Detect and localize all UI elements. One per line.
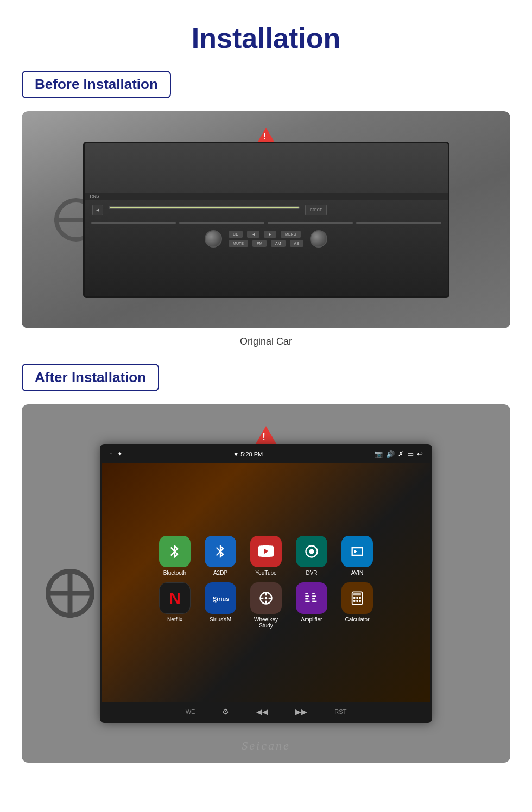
amplifier-icon xyxy=(296,582,327,614)
svg-text:XM: XM xyxy=(213,601,218,604)
youtube-label: YouTube xyxy=(255,570,276,576)
after-car-image: ! ⌂ ✦ ▼ 5:28 PM 📷 🔊 ✗ xyxy=(22,404,510,763)
calculator-icon xyxy=(341,582,373,614)
bluetooth-app[interactable]: Bluetooth xyxy=(156,536,194,576)
siriusxm-label: SiriusXM xyxy=(210,617,231,623)
dvr-label: DVR xyxy=(306,570,317,576)
nav-rst: RST xyxy=(334,708,346,715)
svg-point-1 xyxy=(309,549,314,554)
svg-point-5 xyxy=(265,597,268,600)
forward-button: ► xyxy=(264,231,276,238)
avin-icon xyxy=(341,536,373,567)
steering-wheel-after xyxy=(46,569,94,618)
as-button: AS xyxy=(290,240,303,247)
svg-rect-25 xyxy=(359,600,362,602)
amplifier-label: Amplifier xyxy=(301,617,322,623)
cd-button: CD xyxy=(229,231,243,238)
fm-button: FM xyxy=(252,240,267,247)
nav-we: WE xyxy=(186,708,195,715)
android-head-unit: ⌂ ✦ ▼ 5:28 PM 📷 🔊 ✗ ▭ ↩ xyxy=(100,444,432,724)
before-car-image: RNS ◀ EJECT CD ◄ ► M xyxy=(22,111,510,328)
nav-settings[interactable]: ⚙ xyxy=(222,707,229,716)
status-right: 📷 🔊 ✗ ▭ ↩ xyxy=(374,450,423,458)
radio-controls: CD ◄ ► MENU MUTE FM AM AS xyxy=(205,230,327,248)
svg-rect-12 xyxy=(305,598,308,599)
siriusxm-app[interactable]: Sirius XM SiriusXM xyxy=(201,582,239,629)
seicane-brand: Seicane xyxy=(242,739,290,753)
wheelkey-icon xyxy=(250,582,282,614)
a2dp-icon xyxy=(205,536,236,567)
youtube-app[interactable]: YouTube xyxy=(247,536,285,576)
wheelkey-label: Wheelkey Study xyxy=(247,617,285,629)
youtube-icon xyxy=(250,536,282,567)
bluetooth-label: Bluetooth xyxy=(163,570,186,576)
page-container: Installation Before Installation RNS ◀ E… xyxy=(0,0,532,784)
original-radio-unit: RNS ◀ EJECT CD ◄ ► M xyxy=(83,142,449,298)
android-nav-bar: WE ⚙ ◀◀ ▶▶ RST xyxy=(102,702,430,721)
close-icon: ✗ xyxy=(398,450,404,458)
svg-rect-23 xyxy=(353,600,356,602)
camera-icon: 📷 xyxy=(374,450,383,458)
radio-knob-right xyxy=(310,230,327,248)
mute-button: MUTE xyxy=(229,240,248,247)
back-icon: ↩ xyxy=(417,450,423,458)
svg-rect-24 xyxy=(356,600,358,602)
app-row-2: N Netflix Sirius XM SiriusXM xyxy=(156,582,376,629)
dvr-app[interactable]: DVR xyxy=(293,536,331,576)
volume-icon: 🔊 xyxy=(386,450,395,458)
before-image-caption: Original Car xyxy=(22,336,510,347)
svg-rect-21 xyxy=(356,597,358,599)
after-section: After Installation xyxy=(22,364,510,404)
svg-rect-15 xyxy=(312,596,316,597)
avin-app[interactable]: AVIN xyxy=(338,536,376,576)
netflix-icon: N xyxy=(159,582,191,614)
app-row-1: Bluetooth A2DP xyxy=(156,536,376,576)
radio-display xyxy=(109,206,300,210)
svg-rect-22 xyxy=(359,597,362,599)
window-icon: ▭ xyxy=(407,450,414,458)
settings-icon: ✦ xyxy=(117,451,122,458)
calculator-label: Calculator xyxy=(345,617,369,623)
a2dp-label: A2DP xyxy=(213,570,227,576)
nav-prev[interactable]: ◀◀ xyxy=(256,707,268,716)
svg-rect-14 xyxy=(312,593,315,594)
a2dp-app[interactable]: A2DP xyxy=(201,536,239,576)
menu-button: MENU xyxy=(281,231,301,238)
siriusxm-icon: Sirius XM xyxy=(205,582,236,614)
page-title: Installation xyxy=(22,11,510,71)
nav-next[interactable]: ▶▶ xyxy=(295,707,307,716)
svg-rect-11 xyxy=(305,596,309,597)
svg-rect-19 xyxy=(353,593,361,596)
netflix-label: Netflix xyxy=(167,617,182,623)
status-time: ▼ 5:28 PM xyxy=(233,451,263,458)
svg-rect-17 xyxy=(312,601,316,602)
calculator-app[interactable]: Calculator xyxy=(338,582,376,629)
app-grid: Bluetooth A2DP xyxy=(102,463,430,702)
status-bar: ⌂ ✦ ▼ 5:28 PM 📷 🔊 ✗ ▭ ↩ xyxy=(102,446,430,463)
svg-rect-10 xyxy=(305,593,308,594)
dvr-icon xyxy=(296,536,327,567)
after-installation-badge: After Installation xyxy=(22,364,159,391)
bluetooth-icon xyxy=(159,536,191,567)
svg-rect-13 xyxy=(305,601,309,602)
svg-rect-16 xyxy=(312,598,315,599)
status-left: ⌂ ✦ xyxy=(109,451,122,458)
radio-knob-left xyxy=(205,230,222,248)
home-icon: ⌂ xyxy=(109,451,113,458)
before-installation-badge: Before Installation xyxy=(22,71,171,98)
svg-rect-20 xyxy=(353,597,356,599)
wheelkey-app[interactable]: Wheelkey Study xyxy=(247,582,285,629)
amplifier-app[interactable]: Amplifier xyxy=(293,582,331,629)
signal-icon: ▼ xyxy=(233,451,239,458)
avin-label: AVIN xyxy=(351,570,364,576)
back-button: ◄ xyxy=(247,231,259,238)
netflix-app[interactable]: N Netflix xyxy=(156,582,194,629)
am-button: AM xyxy=(271,240,286,247)
